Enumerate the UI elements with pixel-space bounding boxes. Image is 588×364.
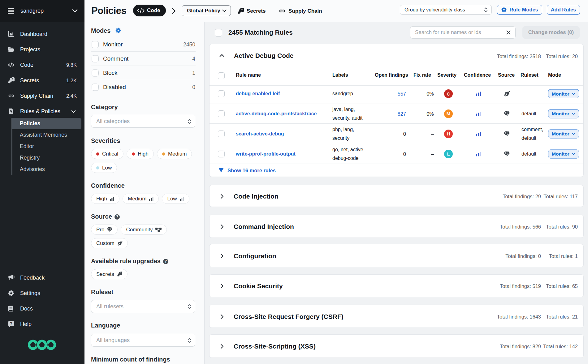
svg-text:?: ? — [10, 321, 12, 326]
